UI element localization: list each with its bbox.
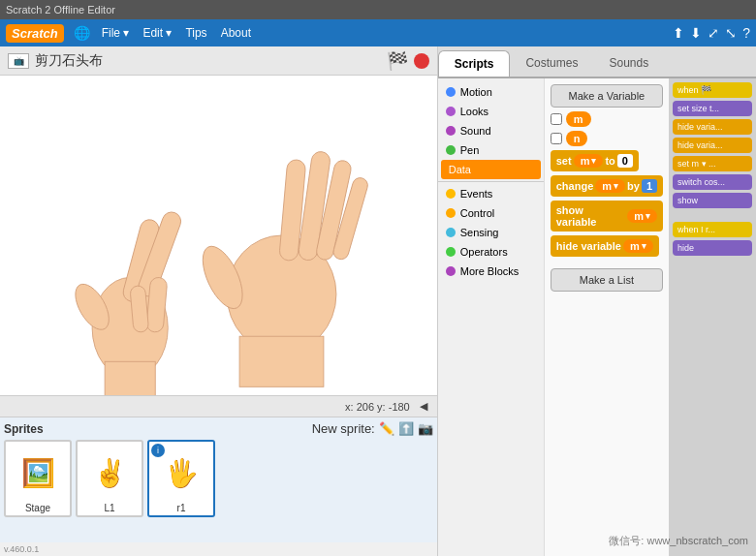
show-variable-label: show variable [556, 204, 625, 228]
sprite-item-stage[interactable]: 🖼️ Stage [4, 440, 72, 517]
variable-m-badge: m [566, 111, 591, 127]
set-var-dropdown[interactable]: m ▾ [574, 154, 604, 168]
script-block-hidevaria2: hide varia... [673, 138, 752, 153]
change-var-dropdown[interactable]: m ▾ [595, 179, 625, 193]
scripts-area: when 🏁 set size t... hide varia... hide … [669, 78, 756, 556]
coordinates: x: 206 y: -180 [345, 401, 410, 413]
script-block-setm: set m ▾ ... [673, 156, 752, 171]
stage-title: 剪刀石头布 [35, 52, 381, 70]
sprite-thumb-l1: ✌️ [80, 445, 139, 503]
cat-more-label: More Blocks [460, 265, 520, 277]
cat-motion[interactable]: Motion [438, 82, 544, 102]
blocks-area: Motion Looks Sound Pen Data [438, 78, 756, 556]
script-block-when2: when I r... [673, 222, 752, 237]
variable-n-badge: n [566, 131, 588, 146]
menu-edit[interactable]: Edit ▾ [137, 24, 177, 42]
cat-more-blocks[interactable]: More Blocks [438, 262, 544, 281]
stage-bg [0, 76, 437, 395]
green-flag-button[interactable]: 🏁 [387, 50, 408, 72]
set-value[interactable]: 0 [617, 154, 633, 168]
to-label: to [605, 155, 614, 167]
cat-motion-dot [446, 87, 456, 97]
main-layout: 📺 剪刀石头布 🏁 [0, 46, 756, 556]
cat-events-label: Events [460, 188, 493, 200]
upload-new-sprite-icon[interactable]: ⬆️ [398, 421, 414, 436]
cat-sensing[interactable]: Sensing [438, 223, 544, 242]
camera-sprite-icon[interactable]: 📷 [418, 421, 433, 436]
script-block-hide: hide [673, 240, 752, 256]
coords-bar: x: 206 y: -180 ◀ [0, 395, 437, 417]
cat-motion-label: Motion [460, 86, 492, 98]
svg-rect-14 [239, 336, 324, 386]
change-label: change [556, 180, 594, 192]
stage-area: 📺 剪刀石头布 🏁 [0, 46, 438, 556]
cat-pen-dot [446, 145, 456, 155]
cat-control-dot [446, 208, 456, 218]
cat-more-dot [446, 266, 456, 276]
cat-pen[interactable]: Pen [438, 140, 544, 160]
set-block[interactable]: set m ▾ to 0 [551, 150, 639, 171]
tab-costumes[interactable]: Costumes [510, 50, 593, 77]
set-label: set [556, 155, 572, 167]
fullscreen-icon[interactable]: ⤢ [708, 25, 719, 41]
hide-var-dropdown[interactable]: m ▾ [623, 239, 653, 253]
change-value[interactable]: 1 [642, 179, 657, 193]
sprite-name-stage: Stage [25, 503, 50, 513]
sprite-item-r1[interactable]: i 🖐️ r1 [147, 440, 215, 517]
change-block[interactable]: change m ▾ by 1 [551, 175, 663, 197]
cat-operators[interactable]: Operators [438, 242, 544, 262]
info-badge[interactable]: i [151, 444, 165, 457]
cat-events[interactable]: Events [438, 184, 544, 203]
stage-icon: 📺 [8, 53, 29, 69]
stage-canvas [0, 76, 437, 395]
hide-variable-block[interactable]: hide variable m ▾ [551, 235, 659, 257]
cat-control-label: Control [460, 207, 494, 219]
cat-looks[interactable]: Looks [438, 102, 544, 121]
right-panel: Scripts Costumes Sounds Motion Looks Sou… [438, 46, 756, 556]
cat-events-dot [446, 189, 456, 199]
cat-data-label: Data [449, 164, 471, 175]
paint-new-sprite-icon[interactable]: ✏️ [379, 421, 394, 436]
globe-icon[interactable]: 🌐 [74, 25, 90, 41]
script-block-hidevaria1: hide varia... [673, 119, 752, 135]
cat-operators-dot [446, 247, 456, 257]
sprites-panel: Sprites New sprite: ✏️ ⬆️ 📷 🖼️ Stage ✌️ … [0, 417, 437, 542]
watermark: 微信号: www_nbscratch_com [609, 534, 748, 548]
menu-about[interactable]: About [215, 24, 257, 42]
variable-n-row: n [551, 131, 663, 146]
new-sprite-controls: New sprite: ✏️ ⬆️ 📷 [312, 421, 433, 436]
variable-m-checkbox[interactable] [551, 113, 562, 125]
titlebar-text: Scratch 2 Offline Editor [6, 4, 115, 15]
variable-n-checkbox[interactable] [551, 133, 562, 144]
cat-sensing-dot [446, 228, 456, 237]
upload-icon[interactable]: ⬆ [673, 25, 684, 41]
cat-sound[interactable]: Sound [438, 121, 544, 140]
tab-sounds[interactable]: Sounds [593, 50, 664, 77]
shrink-icon[interactable]: ⤡ [725, 25, 737, 41]
categories-panel: Motion Looks Sound Pen Data [438, 78, 545, 556]
cat-pen-label: Pen [460, 144, 480, 156]
sprite-item-l1[interactable]: ✌️ L1 [76, 440, 143, 517]
cat-sound-label: Sound [460, 125, 491, 137]
make-variable-button[interactable]: Make a Variable [551, 84, 663, 108]
cat-data[interactable]: Data [441, 160, 541, 179]
make-list-button[interactable]: Make a List [551, 268, 663, 292]
help-icon[interactable]: ? [742, 25, 750, 41]
menu-file[interactable]: File ▾ [96, 24, 136, 42]
version-label: v.460.0.1 [0, 542, 437, 556]
expand-icon[interactable]: ◀ [420, 400, 427, 413]
svg-rect-0 [13, 76, 425, 395]
show-var-dropdown[interactable]: m ▾ [627, 209, 657, 223]
script-block-when1: when 🏁 [673, 82, 752, 98]
menu-tips[interactable]: Tips [179, 24, 212, 42]
new-sprite-label: New sprite: [312, 421, 375, 436]
tab-scripts[interactable]: Scripts [438, 50, 511, 77]
cat-control[interactable]: Control [438, 203, 544, 223]
by-label: by [627, 180, 640, 192]
script-block-switchcos: switch cos... [673, 174, 752, 190]
variable-m-row: m [551, 111, 663, 127]
sprite-thumb-stage: 🖼️ [9, 445, 67, 503]
stop-button[interactable] [414, 53, 429, 69]
show-variable-block[interactable]: show variable m ▾ [551, 201, 663, 232]
download-icon[interactable]: ⬇ [690, 25, 702, 41]
